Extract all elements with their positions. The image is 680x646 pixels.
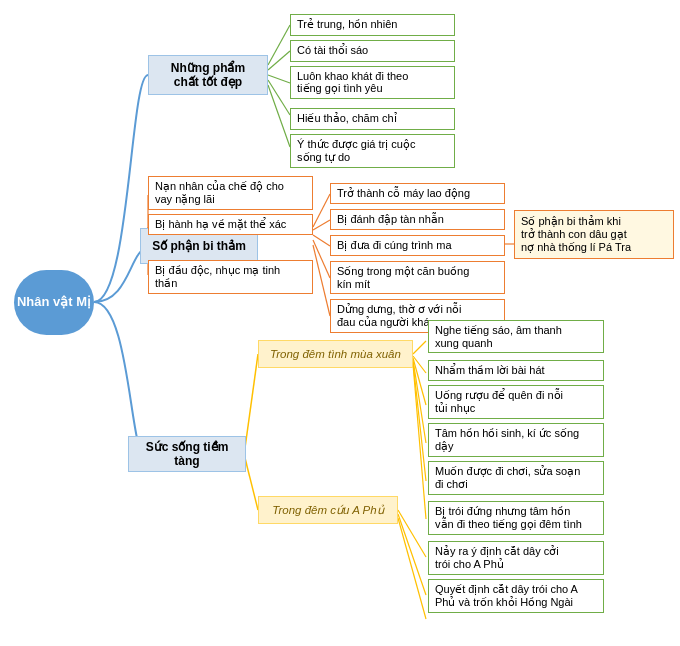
leaf-b2-biduadi: Bị đưa đi cúng trình ma (330, 235, 505, 256)
svg-line-16 (413, 356, 426, 373)
leaf-b1-1: Trẻ trung, hồn nhiên (290, 14, 455, 36)
leaf-rescue-3-vis: Nảy ra ý định cắt dây cởitrói cho A Phủ (428, 541, 604, 575)
leaf-b2-bihanhha: Bị hành hạ về mặt thể xác (148, 214, 313, 235)
leaf-b2-nannhan: Nạn nhân của chế độ chovay nặng lãi (148, 176, 313, 210)
svg-line-8 (313, 194, 330, 227)
branch3-label: Sức sống tiềm tàng (128, 436, 246, 472)
svg-line-17 (413, 358, 426, 405)
svg-line-19 (413, 362, 426, 481)
svg-line-4 (268, 85, 290, 147)
svg-line-3 (268, 80, 290, 115)
svg-line-15 (413, 341, 426, 354)
svg-line-10 (313, 235, 330, 246)
svg-line-14 (245, 354, 258, 448)
svg-line-24 (398, 518, 426, 619)
leaf-spring-1: Nghe tiếng sáo, âm thanhxung quanh (428, 320, 604, 353)
leaf-spring-3: Uống rượu để quên đi nỗitủi nhục (428, 385, 604, 419)
sub-italic-spring: Trong đêm tình mùa xuân (258, 340, 413, 368)
leaf-spring-2: Nhẩm thầm lời bài hát (428, 360, 604, 381)
leaf-spring-5: Muốn được đi chơi, sửa soạnđi chơi (428, 461, 604, 495)
svg-line-2 (268, 75, 290, 83)
svg-line-18 (413, 360, 426, 443)
branch1-label: Những phẩm chất tốt đẹp (148, 55, 268, 95)
leaf-b1-5: Ý thức được giá trị cuộcsống tự do (290, 134, 455, 168)
svg-line-22 (398, 510, 426, 557)
svg-line-23 (398, 514, 426, 595)
leaf-b2-songtrong: Sống trong một căn buồngkín mít (330, 261, 505, 294)
leaf-rescue-4: Quyết định cắt dây trói cho APhủ và trốn… (428, 579, 604, 613)
leaf-spring-4: Tâm hồn hồi sinh, kí ức sốngdậy (428, 423, 604, 457)
leaf-spring-6: Bị trói đứng nhưng tâm hồnvẫn đi theo ti… (428, 501, 604, 535)
leaf-b1-4: Hiếu thảo, chăm chỉ (290, 108, 455, 130)
central-node: Nhân vật Mị (14, 270, 94, 335)
svg-line-20 (413, 364, 426, 519)
central-label: Nhân vật Mị (17, 294, 91, 311)
svg-line-12 (313, 245, 330, 316)
svg-line-9 (313, 220, 330, 230)
svg-line-21 (245, 458, 258, 510)
svg-line-1 (268, 51, 290, 70)
svg-line-11 (313, 240, 330, 278)
mind-map: Nhân vật Mị Những phẩm chất tốt đẹp Trẻ … (0, 0, 680, 646)
leaf-b2-bidaudoc: Bị đầu độc, nhục mạ tinhthần (148, 260, 313, 294)
svg-line-0 (268, 25, 290, 65)
sub-italic-rescue: Trong đêm cứu A Phủ (258, 496, 398, 524)
leaf-b1-3: Luôn khao khát đi theotiếng gọi tình yêu (290, 66, 455, 99)
side-note: Số phận bi thảm khitrở thành con dâu gạt… (514, 210, 674, 259)
leaf-b2-trocomayl: Trở thành cỗ máy lao động (330, 183, 505, 204)
leaf-b1-2: Có tài thổi sáo (290, 40, 455, 62)
leaf-b2-bidanhda: Bị đánh đập tàn nhẫn (330, 209, 505, 230)
